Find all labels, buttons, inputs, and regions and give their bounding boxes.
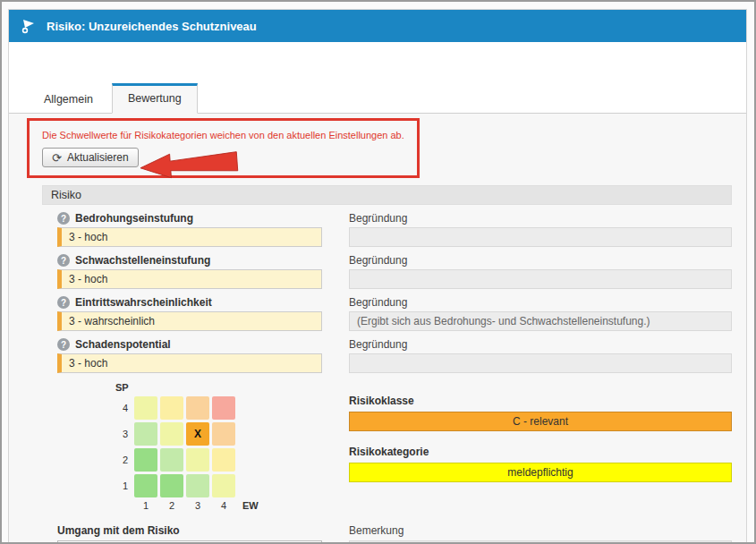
risk-category-value: meldepflichtig <box>507 466 573 479</box>
risk-category-bar: meldepflichtig <box>349 463 732 482</box>
tab-bar: Allgemein Bewertung <box>29 83 746 114</box>
risikokategorie-label: Risikokategorie <box>349 446 732 458</box>
matrix-cell[interactable] <box>134 396 157 420</box>
risikoklasse-label: Risikoklasse <box>349 395 732 407</box>
matrix-row-label: 1 <box>114 480 128 491</box>
tab-content: Die Schwellwerte für Risikokategorien we… <box>9 113 746 544</box>
matrix-cell[interactable] <box>186 448 209 472</box>
help-icon[interactable]: ? <box>57 338 70 351</box>
reason-input[interactable] <box>349 269 732 289</box>
tab-allgemein[interactable]: Allgemein <box>29 85 108 114</box>
matrix-cell[interactable] <box>160 422 183 446</box>
risk-class-column: Risikoklasse C - relevant Risikokategori… <box>349 382 732 514</box>
reason-label: Begründung <box>349 338 732 351</box>
window-title: Risiko: Unzureichendes Schutzniveau <box>47 20 257 33</box>
reason-input[interactable]: (Ergibt sich aus Bedrohungs- und Schwach… <box>349 311 732 331</box>
remark-block: Bemerkung <box>349 524 732 544</box>
reason-input[interactable] <box>349 227 732 247</box>
tab-bewertung[interactable]: Bewertung <box>112 83 198 114</box>
reason-input[interactable] <box>349 353 732 373</box>
section-header-risiko: Risiko <box>42 185 732 205</box>
field-label: Schwachstelleneinstufung <box>75 254 210 267</box>
field-row: ?Schwachstelleneinstufung3 - hochBegründ… <box>57 247 732 289</box>
matrix-col-label: 2 <box>160 500 183 511</box>
matrix-cell[interactable] <box>134 422 157 446</box>
risk-handling-label: Umgang mit dem Risiko <box>57 524 349 537</box>
risk-matrix: SP43X211234EW <box>114 382 349 514</box>
field-value-select[interactable]: 3 - wahrscheinlich <box>57 311 322 331</box>
remark-label: Bemerkung <box>349 524 732 537</box>
field-right: Begründung <box>349 205 732 247</box>
matrix-cell[interactable] <box>186 396 209 420</box>
risk-class-value: C - relevant <box>513 415 568 428</box>
risk-handling-block: Umgang mit dem Risiko <box>57 524 349 544</box>
alert-message: Die Schwellwerte für Risikokategorien we… <box>42 130 404 140</box>
field-row: ?Eintrittswahrscheinlichkeit3 - wahrsche… <box>57 289 732 331</box>
matrix-cell-selected[interactable]: X <box>186 422 209 446</box>
risk-handling-select[interactable] <box>57 540 322 544</box>
reason-label: Begründung <box>349 254 732 267</box>
reason-label: Begründung <box>349 296 732 309</box>
matrix-cell[interactable] <box>160 474 183 497</box>
matrix-cell[interactable] <box>160 396 183 420</box>
window-titlebar: Risiko: Unzureichendes Schutzniveau <box>9 10 746 42</box>
aktualisieren-button[interactable]: ⟳ Aktualisieren <box>42 148 139 167</box>
matrix-cell[interactable] <box>134 474 157 497</box>
matrix-cell[interactable] <box>186 474 209 497</box>
reason-label: Begründung <box>349 212 732 225</box>
help-icon[interactable]: ? <box>57 254 70 267</box>
matrix-ew-axis-label: EW <box>242 500 259 511</box>
field-right: Begründung(Ergibt sich aus Bedrohungs- u… <box>349 289 732 331</box>
field-value-select[interactable]: 3 - hoch <box>57 269 322 289</box>
matrix-cell[interactable] <box>212 474 235 497</box>
matrix-cell[interactable] <box>160 448 183 472</box>
field-label: Eintrittswahrscheinlichkeit <box>75 296 212 309</box>
field-label: Schadenspotential <box>75 338 171 351</box>
field-label: Bedrohungseinstufung <box>75 212 193 225</box>
field-right: Begründung <box>349 247 732 289</box>
matrix-row-label: 2 <box>114 455 128 465</box>
matrix-cell[interactable] <box>134 448 157 472</box>
aktualisieren-button-label: Aktualisieren <box>67 151 129 164</box>
risk-fields: ?Bedrohungseinstufung3 - hochBegründung?… <box>57 205 732 373</box>
field-right: Begründung <box>349 331 732 373</box>
matrix-col-label: 4 <box>212 500 235 511</box>
help-icon[interactable]: ? <box>57 296 70 309</box>
field-left: ?Schwachstelleneinstufung3 - hoch <box>57 247 349 289</box>
app-logo-icon <box>20 17 38 35</box>
refresh-icon: ⟳ <box>52 152 62 164</box>
matrix-and-class-row: SP43X211234EW Risikoklasse C - relevant … <box>57 382 732 514</box>
annotation-arrow-icon <box>138 148 240 182</box>
matrix-cell[interactable] <box>212 396 235 420</box>
matrix-col-label: 3 <box>186 500 209 511</box>
field-left: ?Bedrohungseinstufung3 - hoch <box>57 205 349 247</box>
field-row: ?Schadenspotential3 - hochBegründung <box>57 331 732 373</box>
risk-dialog-window: Risiko: Unzureichendes Schutzniveau Allg… <box>8 9 747 544</box>
field-value-select[interactable]: 3 - hoch <box>57 227 322 247</box>
risk-class-bar: C - relevant <box>349 412 732 431</box>
threshold-warning-box: Die Schwellwerte für Risikokategorien we… <box>27 118 420 178</box>
remark-input[interactable] <box>349 540 732 544</box>
matrix-sp-axis-label: SP <box>115 382 349 393</box>
field-value-select[interactable]: 3 - hoch <box>57 353 322 373</box>
matrix-col-label: 1 <box>134 500 157 511</box>
bottom-row: Umgang mit dem Risiko Bemerkung <box>57 524 732 544</box>
help-icon[interactable]: ? <box>57 212 70 225</box>
field-row: ?Bedrohungseinstufung3 - hochBegründung <box>57 205 732 247</box>
matrix-cell[interactable] <box>212 422 235 446</box>
field-left: ?Eintrittswahrscheinlichkeit3 - wahrsche… <box>57 289 349 331</box>
field-left: ?Schadenspotential3 - hoch <box>57 331 349 373</box>
matrix-row-label: 3 <box>114 429 128 439</box>
screenshot-frame: Risiko: Unzureichendes Schutzniveau Allg… <box>0 0 756 544</box>
matrix-cell[interactable] <box>212 448 235 472</box>
matrix-row-label: 4 <box>114 403 128 413</box>
